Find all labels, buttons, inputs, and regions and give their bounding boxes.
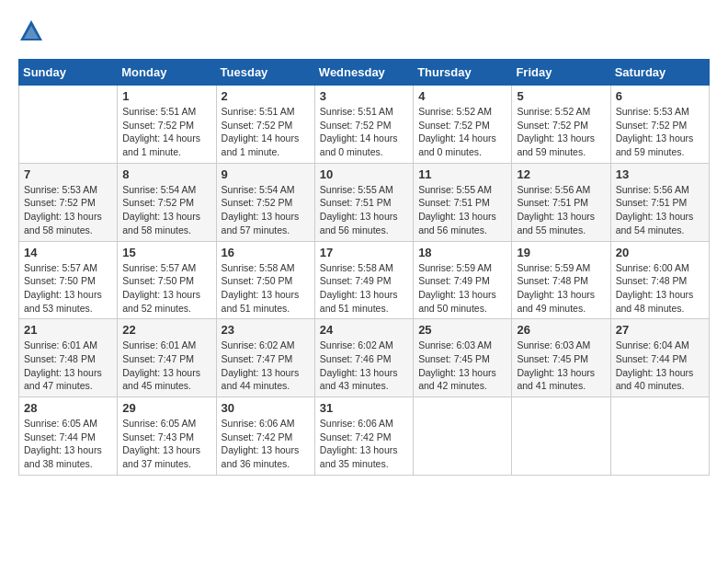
calendar-week-row: 14Sunrise: 5:57 AMSunset: 7:50 PMDayligh… (19, 241, 710, 319)
calendar-cell: 14Sunrise: 5:57 AMSunset: 7:50 PMDayligh… (19, 241, 118, 319)
day-number: 28 (24, 401, 112, 415)
calendar-cell: 27Sunrise: 6:04 AMSunset: 7:44 PMDayligh… (610, 319, 709, 397)
day-info: Sunrise: 5:57 AMSunset: 7:50 PMDaylight:… (24, 261, 112, 316)
calendar-cell: 8Sunrise: 5:54 AMSunset: 7:52 PMDaylight… (118, 163, 216, 241)
calendar-cell: 28Sunrise: 6:05 AMSunset: 7:44 PMDayligh… (19, 397, 118, 476)
calendar-cell: 1Sunrise: 5:51 AMSunset: 7:52 PMDaylight… (118, 86, 216, 164)
day-number: 8 (122, 167, 210, 181)
day-number: 30 (222, 401, 310, 415)
calendar-table: SundayMondayTuesdayWednesdayThursdayFrid… (18, 59, 710, 476)
day-number: 24 (320, 323, 408, 337)
day-info: Sunrise: 6:04 AMSunset: 7:44 PMDaylight:… (616, 339, 704, 393)
day-number: 3 (320, 89, 408, 103)
calendar-cell: 30Sunrise: 6:06 AMSunset: 7:42 PMDayligh… (216, 397, 314, 476)
calendar-cell: 25Sunrise: 6:03 AMSunset: 7:45 PMDayligh… (414, 319, 512, 397)
day-info: Sunrise: 6:03 AMSunset: 7:45 PMDaylight:… (517, 339, 605, 393)
calendar-cell: 9Sunrise: 5:54 AMSunset: 7:52 PMDaylight… (216, 163, 314, 241)
day-number: 22 (122, 323, 210, 337)
day-info: Sunrise: 5:58 AMSunset: 7:50 PMDaylight:… (222, 261, 310, 316)
day-info: Sunrise: 6:00 AMSunset: 7:48 PMDaylight:… (616, 261, 704, 316)
calendar-cell (19, 86, 118, 164)
calendar-cell (610, 397, 709, 476)
calendar-cell: 5Sunrise: 5:52 AMSunset: 7:52 PMDaylight… (512, 86, 610, 164)
day-info: Sunrise: 5:59 AMSunset: 7:48 PMDaylight:… (517, 261, 605, 316)
day-number: 23 (222, 323, 310, 337)
day-info: Sunrise: 5:58 AMSunset: 7:49 PMDaylight:… (320, 261, 408, 316)
day-number: 2 (222, 89, 310, 103)
day-number: 25 (418, 323, 506, 337)
day-number: 27 (616, 323, 704, 337)
calendar-cell: 3Sunrise: 5:51 AMSunset: 7:52 PMDaylight… (314, 86, 413, 164)
weekday-header-tuesday: Tuesday (216, 60, 314, 86)
day-number: 11 (418, 167, 506, 181)
day-info: Sunrise: 6:02 AMSunset: 7:47 PMDaylight:… (222, 339, 310, 393)
day-info: Sunrise: 6:06 AMSunset: 7:42 PMDaylight:… (222, 417, 310, 471)
day-info: Sunrise: 6:01 AMSunset: 7:47 PMDaylight:… (122, 339, 210, 393)
day-info: Sunrise: 5:53 AMSunset: 7:52 PMDaylight:… (24, 183, 112, 237)
calendar-week-row: 21Sunrise: 6:01 AMSunset: 7:48 PMDayligh… (19, 319, 710, 397)
weekday-header-thursday: Thursday (414, 60, 512, 86)
calendar-cell: 24Sunrise: 6:02 AMSunset: 7:46 PMDayligh… (314, 319, 413, 397)
day-number: 29 (122, 401, 210, 415)
calendar-week-row: 7Sunrise: 5:53 AMSunset: 7:52 PMDaylight… (19, 163, 710, 241)
day-info: Sunrise: 6:05 AMSunset: 7:44 PMDaylight:… (24, 417, 112, 471)
calendar-cell: 21Sunrise: 6:01 AMSunset: 7:48 PMDayligh… (19, 319, 118, 397)
day-number: 17 (320, 246, 408, 259)
day-info: Sunrise: 5:54 AMSunset: 7:52 PMDaylight:… (222, 183, 310, 237)
day-number: 1 (122, 89, 210, 103)
calendar-cell: 31Sunrise: 6:06 AMSunset: 7:42 PMDayligh… (314, 397, 413, 476)
calendar-cell: 16Sunrise: 5:58 AMSunset: 7:50 PMDayligh… (216, 241, 314, 319)
day-info: Sunrise: 6:01 AMSunset: 7:48 PMDaylight:… (24, 339, 112, 393)
day-info: Sunrise: 5:52 AMSunset: 7:52 PMDaylight:… (418, 105, 506, 159)
logo (18, 18, 48, 44)
page-header (18, 18, 710, 44)
day-info: Sunrise: 5:51 AMSunset: 7:52 PMDaylight:… (122, 105, 210, 159)
logo-icon (18, 18, 44, 44)
calendar-cell: 29Sunrise: 6:05 AMSunset: 7:43 PMDayligh… (118, 397, 216, 476)
day-number: 7 (24, 167, 112, 181)
day-number: 18 (418, 246, 506, 259)
calendar-cell: 12Sunrise: 5:56 AMSunset: 7:51 PMDayligh… (512, 163, 610, 241)
weekday-header-friday: Friday (512, 60, 610, 86)
calendar-cell: 7Sunrise: 5:53 AMSunset: 7:52 PMDaylight… (19, 163, 118, 241)
day-number: 15 (122, 246, 210, 259)
calendar-cell: 18Sunrise: 5:59 AMSunset: 7:49 PMDayligh… (414, 241, 512, 319)
day-number: 13 (616, 167, 704, 181)
day-info: Sunrise: 5:56 AMSunset: 7:51 PMDaylight:… (517, 183, 605, 237)
day-info: Sunrise: 6:06 AMSunset: 7:42 PMDaylight:… (320, 417, 408, 471)
calendar-cell: 19Sunrise: 5:59 AMSunset: 7:48 PMDayligh… (512, 241, 610, 319)
calendar-header-row: SundayMondayTuesdayWednesdayThursdayFrid… (19, 60, 710, 86)
day-number: 9 (222, 167, 310, 181)
day-info: Sunrise: 6:02 AMSunset: 7:46 PMDaylight:… (320, 339, 408, 393)
day-info: Sunrise: 5:52 AMSunset: 7:52 PMDaylight:… (517, 105, 605, 159)
day-number: 5 (517, 89, 605, 103)
day-info: Sunrise: 5:55 AMSunset: 7:51 PMDaylight:… (418, 183, 506, 237)
day-info: Sunrise: 5:57 AMSunset: 7:50 PMDaylight:… (122, 261, 210, 316)
calendar-cell (414, 397, 512, 476)
day-number: 14 (24, 246, 112, 259)
day-info: Sunrise: 6:03 AMSunset: 7:45 PMDaylight:… (418, 339, 506, 393)
calendar-cell: 15Sunrise: 5:57 AMSunset: 7:50 PMDayligh… (118, 241, 216, 319)
day-info: Sunrise: 5:53 AMSunset: 7:52 PMDaylight:… (616, 105, 704, 159)
calendar-cell: 6Sunrise: 5:53 AMSunset: 7:52 PMDaylight… (610, 86, 709, 164)
day-number: 20 (616, 246, 704, 259)
weekday-header-sunday: Sunday (19, 60, 118, 86)
day-number: 16 (222, 246, 310, 259)
calendar-cell: 23Sunrise: 6:02 AMSunset: 7:47 PMDayligh… (216, 319, 314, 397)
day-number: 21 (24, 323, 112, 337)
day-number: 6 (616, 89, 704, 103)
day-number: 10 (320, 167, 408, 181)
day-number: 4 (418, 89, 506, 103)
day-number: 12 (517, 167, 605, 181)
calendar-cell (512, 397, 610, 476)
day-info: Sunrise: 5:51 AMSunset: 7:52 PMDaylight:… (320, 105, 408, 159)
day-info: Sunrise: 5:59 AMSunset: 7:49 PMDaylight:… (418, 261, 506, 316)
weekday-header-wednesday: Wednesday (314, 60, 413, 86)
calendar-cell: 2Sunrise: 5:51 AMSunset: 7:52 PMDaylight… (216, 86, 314, 164)
calendar-cell: 20Sunrise: 6:00 AMSunset: 7:48 PMDayligh… (610, 241, 709, 319)
calendar-cell: 22Sunrise: 6:01 AMSunset: 7:47 PMDayligh… (118, 319, 216, 397)
calendar-cell: 10Sunrise: 5:55 AMSunset: 7:51 PMDayligh… (314, 163, 413, 241)
weekday-header-saturday: Saturday (610, 60, 709, 86)
day-info: Sunrise: 6:05 AMSunset: 7:43 PMDaylight:… (122, 417, 210, 471)
weekday-header-monday: Monday (118, 60, 216, 86)
